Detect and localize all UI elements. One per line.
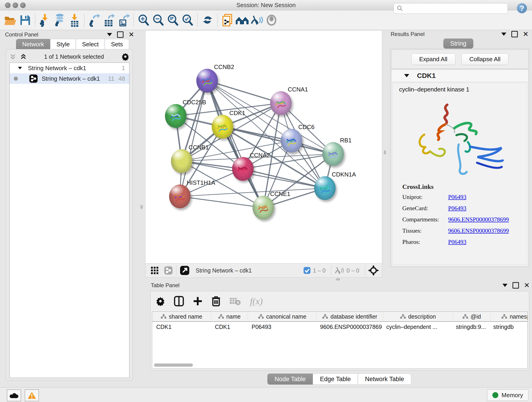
export-image-button[interactable] bbox=[116, 13, 131, 27]
column-header-database-identifier[interactable]: database identifier bbox=[317, 312, 383, 321]
network-node-CDC25B[interactable] bbox=[165, 104, 186, 128]
tab-style[interactable]: Style bbox=[50, 39, 76, 49]
table-cell[interactable]: P06493 bbox=[247, 322, 316, 332]
network-view-toolbar: String Network – cdk1 1 – 0 0 – 0 bbox=[145, 263, 382, 278]
tab-string[interactable]: String bbox=[443, 38, 473, 49]
column-header-namespace[interactable]: namespace bbox=[491, 312, 528, 321]
zoom-in-button[interactable] bbox=[136, 13, 151, 27]
tab-sets[interactable]: Sets bbox=[105, 39, 129, 49]
tab-select[interactable]: Select bbox=[76, 39, 105, 49]
horizontal-scrollbar[interactable] bbox=[154, 364, 193, 367]
crosslink-link[interactable]: P06493 bbox=[448, 239, 466, 245]
splitter-handle[interactable] bbox=[384, 150, 386, 154]
hidden-eye-icon[interactable] bbox=[335, 266, 344, 274]
save-session-button[interactable] bbox=[18, 13, 32, 27]
network-node-CCNB1[interactable] bbox=[171, 149, 192, 173]
splitter-handle[interactable] bbox=[140, 205, 143, 209]
column-header-description[interactable]: description bbox=[383, 312, 453, 321]
table-cell[interactable]: 9606.ENSP00000378699 bbox=[316, 322, 382, 332]
section-caret-icon[interactable] bbox=[404, 74, 409, 77]
homes-button[interactable] bbox=[235, 13, 249, 27]
selected-checkbox-icon[interactable] bbox=[303, 267, 311, 274]
network-row[interactable]: String Network – cdk1 11 48 bbox=[10, 73, 129, 84]
network-snapshot-button[interactable] bbox=[220, 13, 235, 27]
crosslink-link[interactable]: P06493 bbox=[448, 205, 466, 212]
panel-menu-icon[interactable] bbox=[107, 33, 112, 36]
network-node-CCNB2[interactable] bbox=[196, 69, 218, 93]
export-network-button[interactable] bbox=[87, 13, 102, 27]
table-cell[interactable]: stringdb:9... bbox=[452, 322, 489, 332]
tree-caret-icon[interactable] bbox=[18, 67, 22, 69]
column-header-shared-name[interactable]: shared name bbox=[152, 312, 211, 321]
network-node-HIST1H1A[interactable] bbox=[169, 185, 191, 208]
fit-content-button[interactable] bbox=[166, 13, 180, 27]
float-panel-icon[interactable] bbox=[513, 282, 519, 288]
birdseye-toggle-icon[interactable] bbox=[368, 265, 379, 276]
collapse-all-button[interactable]: Collapse All bbox=[462, 53, 509, 65]
close-panel-icon[interactable]: ✕ bbox=[524, 282, 530, 289]
grid-view-icon[interactable] bbox=[151, 266, 159, 274]
network-node-CCNE1[interactable] bbox=[253, 196, 274, 220]
network-node-CCNA1[interactable] bbox=[270, 91, 292, 115]
help-button[interactable]: ? bbox=[517, 3, 527, 13]
tab-node-table[interactable]: Node Table bbox=[267, 374, 313, 385]
search-input[interactable] bbox=[405, 5, 507, 12]
float-panel-icon[interactable] bbox=[117, 32, 123, 38]
refresh-layout-button[interactable] bbox=[200, 13, 215, 27]
table-cell[interactable]: stringdb bbox=[489, 322, 528, 332]
import-table-button[interactable] bbox=[67, 13, 82, 27]
select-columns-icon[interactable] bbox=[174, 296, 184, 306]
network-node-CDC6[interactable] bbox=[281, 129, 302, 153]
close-panel-icon[interactable]: ✕ bbox=[523, 31, 529, 38]
table-cell[interactable]: cyclin–dependent ... bbox=[382, 322, 452, 332]
column-header-@id[interactable]: @id bbox=[453, 312, 491, 321]
import-network-button[interactable] bbox=[38, 13, 52, 27]
close-panel-icon[interactable]: ✕ bbox=[128, 31, 134, 38]
panel-menu-icon[interactable] bbox=[502, 284, 507, 287]
network-node-CCNA2[interactable] bbox=[232, 157, 254, 181]
network-canvas[interactable]: CCNB2CCNA1CDC25BCDK1CDC6RB1CCNB1CCNA2CDK… bbox=[145, 30, 382, 264]
network-edge[interactable] bbox=[180, 196, 263, 208]
memory-button[interactable]: Memory bbox=[487, 389, 528, 401]
warnings-button[interactable] bbox=[25, 389, 39, 401]
network-edge[interactable] bbox=[243, 169, 325, 188]
column-header-canonical-name[interactable]: canonical name bbox=[248, 312, 317, 321]
panel-menu-icon[interactable] bbox=[501, 32, 506, 36]
expand-all-icon[interactable] bbox=[20, 53, 27, 60]
network-edge[interactable] bbox=[207, 81, 281, 103]
network-edge[interactable] bbox=[207, 81, 263, 208]
column-header-name[interactable]: name bbox=[211, 312, 248, 321]
hide-graphics-button[interactable] bbox=[249, 13, 264, 27]
gear-icon[interactable] bbox=[121, 52, 129, 61]
delete-column-icon[interactable] bbox=[211, 296, 221, 307]
tab-edge-table[interactable]: Edge Table bbox=[313, 374, 358, 385]
tab-network-table[interactable]: Network Table bbox=[358, 374, 411, 385]
float-panel-icon[interactable] bbox=[511, 31, 518, 37]
crosslink-link[interactable]: 9606.ENSP00000378699 bbox=[448, 227, 509, 234]
splitter-handle[interactable] bbox=[336, 278, 340, 281]
node-table[interactable]: shared namenamecanonical namedatabase id… bbox=[152, 312, 528, 369]
crosslink-link[interactable]: P06493 bbox=[448, 194, 466, 201]
network-collection-row[interactable]: String Network – cdk1 1 bbox=[10, 63, 129, 73]
collapse-all-icon[interactable] bbox=[9, 53, 16, 60]
add-column-icon[interactable] bbox=[193, 296, 203, 306]
export-table-button[interactable] bbox=[102, 13, 116, 27]
tab-network[interactable]: Network bbox=[16, 39, 50, 49]
table-cell[interactable]: CDK1 bbox=[211, 322, 247, 332]
network-node-CDK1[interactable] bbox=[212, 115, 233, 139]
import-network-from-database-button[interactable] bbox=[52, 13, 67, 27]
network-node-CDKN1A[interactable] bbox=[314, 176, 336, 200]
zoom-selected-button[interactable] bbox=[180, 13, 195, 27]
expand-all-button[interactable]: Expand All bbox=[411, 53, 456, 65]
cloud-status-button[interactable] bbox=[7, 389, 21, 401]
zoom-out-button[interactable] bbox=[151, 13, 166, 27]
table-settings-gear-icon[interactable] bbox=[156, 296, 165, 306]
open-in-window-icon[interactable] bbox=[180, 265, 190, 275]
network-node-RB1[interactable] bbox=[322, 142, 344, 166]
show-graphics-button[interactable] bbox=[264, 13, 279, 27]
crosslink-row: Compartments:9606.ENSP00000378699 bbox=[402, 216, 509, 223]
crosslink-link[interactable]: 9606.ENSP00000378699 bbox=[448, 216, 509, 223]
table-cell[interactable]: CDK1 bbox=[152, 322, 211, 332]
birdseye-share-icon[interactable] bbox=[164, 266, 173, 275]
open-session-button[interactable] bbox=[3, 13, 18, 27]
